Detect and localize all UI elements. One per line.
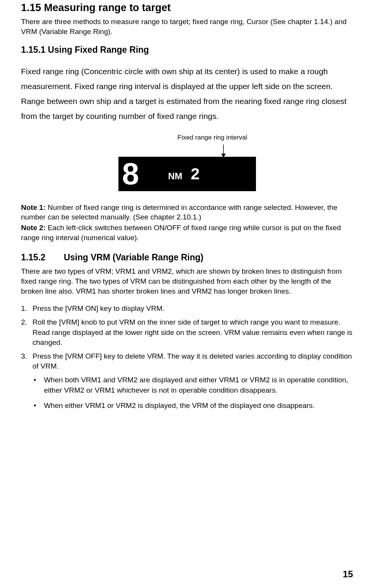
steps-list: Press the [VRM ON] key to display VRM. R… xyxy=(21,304,353,411)
display-sub-wrap: NM 2 xyxy=(168,165,200,183)
bullets-list: When both VRM1 and VRM2 are displayed an… xyxy=(32,375,353,411)
subsection-1-title: Using Fixed Range Ring xyxy=(48,45,149,55)
notes-block: Note 1: Number of fixed range ring is de… xyxy=(21,203,353,243)
subsection-2-number: 1.15.2 xyxy=(21,252,45,263)
display-sub-value: 2 xyxy=(191,165,199,183)
subsection-2-title: Using VRM (Variable Range Ring) xyxy=(64,252,204,262)
section-intro: There are three methods to measure range… xyxy=(21,17,353,36)
display-box: 8 NM 2 xyxy=(118,157,256,191)
step-text: Press the [VRM ON] key to display VRM. xyxy=(32,304,164,312)
subsection-2-heading: 1.15.2Using VRM (Variable Range Ring) xyxy=(21,252,353,263)
page-number: 15 xyxy=(343,569,353,580)
list-item: Press the [VRM OFF] key to delete VRM. T… xyxy=(21,351,353,411)
list-item: When either VRM1 or VRM2 is displayed, t… xyxy=(32,401,353,411)
note-2: Note 2: Each left-click switches between… xyxy=(21,223,353,242)
figure: Fixed range ring interval 8 NM 2 xyxy=(118,134,256,191)
list-item: Press the [VRM ON] key to display VRM. xyxy=(21,304,353,313)
subsection-2-intro: There are two types of VRM; VRM1 and VRM… xyxy=(21,266,353,296)
display-main-value: 8 xyxy=(122,159,138,189)
section-number: 1.15 xyxy=(21,2,41,13)
subsection-1-heading: 1.15.1 Using Fixed Range Ring xyxy=(21,45,353,55)
section-title: Measuring range to target xyxy=(44,2,171,13)
bullet-text: When both VRM1 and VRM2 are displayed an… xyxy=(44,376,348,394)
note-1: Note 1: Number of fixed range ring is de… xyxy=(21,203,353,222)
arrow-down-icon xyxy=(220,145,227,158)
subsection-1-body: Fixed range ring (Concentric circle with… xyxy=(21,64,353,123)
step-text: Roll the [VRM] knob to put VRM on the in… xyxy=(32,318,353,346)
note-1-body: Number of fixed range ring is determined… xyxy=(21,203,337,221)
note-1-label: Note 1: xyxy=(21,203,45,211)
display-unit: NM xyxy=(168,171,182,182)
section-heading: 1.15 Measuring range to target xyxy=(21,2,353,14)
note-2-label: Note 2: xyxy=(21,224,45,232)
list-item: When both VRM1 and VRM2 are displayed an… xyxy=(32,375,353,395)
list-item: Roll the [VRM] knob to put VRM on the in… xyxy=(21,317,353,348)
figure-container: Fixed range ring interval 8 NM 2 xyxy=(21,134,353,191)
note-2-body: Each left-click switches between ON/OFF … xyxy=(21,224,341,242)
figure-label: Fixed range ring interval xyxy=(178,134,247,141)
bullet-text: When either VRM1 or VRM2 is displayed, t… xyxy=(44,401,315,409)
step-text: Press the [VRM OFF] key to delete VRM. T… xyxy=(32,352,352,370)
svg-marker-1 xyxy=(221,154,226,158)
subsection-1-number: 1.15.1 xyxy=(21,45,45,55)
